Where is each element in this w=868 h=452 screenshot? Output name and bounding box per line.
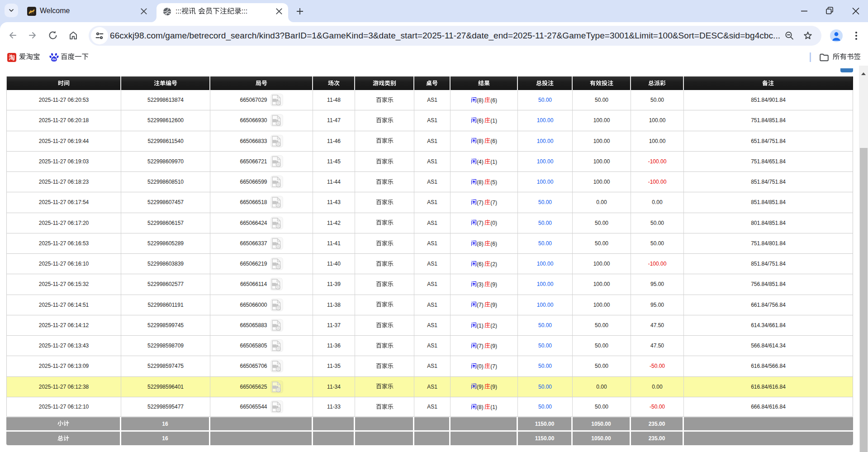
svg-text:du: du: [52, 57, 56, 61]
